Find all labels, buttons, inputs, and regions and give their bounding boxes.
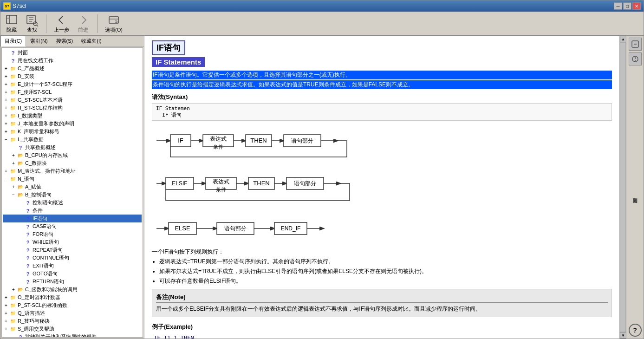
- tree-item-m_expr[interactable]: +📁M_表达式、操作符和地址: [3, 167, 142, 175]
- tree-item-r_tips[interactable]: +📁R_技巧与秘诀: [3, 317, 142, 325]
- options-button[interactable]: 选项(O): [103, 13, 124, 34]
- expand-icon[interactable]: +: [3, 73, 9, 80]
- rules-title: 一个IF语句按下列规则执行：: [152, 248, 612, 256]
- svg-text:ELSIF: ELSIF: [172, 180, 187, 187]
- toolbar: 隐藏 查找 上一步 前进 选项(O): [0, 12, 644, 36]
- content-scrollbar[interactable]: ▲ ▼: [619, 36, 626, 339]
- expand-icon[interactable]: +: [3, 302, 9, 309]
- expand-icon[interactable]: +: [3, 294, 9, 301]
- expand-icon[interactable]: +: [3, 168, 9, 175]
- tree-item-s_help_item[interactable]: ?跳转到关于块和系统属性的帮助: [3, 333, 142, 338]
- tree-item-repeat_stmt[interactable]: ?REPEAT语句: [3, 246, 142, 254]
- tree-item-b_cpu[interactable]: +📂B_CPU的内存区域: [3, 151, 142, 159]
- collapse-icon[interactable]: −: [3, 137, 9, 143]
- svg-text:语句部分: 语句部分: [294, 180, 316, 187]
- tree-label: 跳转到关于块和系统属性的帮助: [25, 333, 97, 338]
- tree-label: EXIT语句: [33, 262, 54, 269]
- tree-label: G_ST-SCL基本术语: [18, 97, 63, 104]
- tree-item-l_shared[interactable]: −📁L_共享数据: [3, 136, 142, 143]
- tree-item-continue_stmt[interactable]: ?CONTINUE语句: [3, 254, 142, 262]
- tree-item-g_st[interactable]: +📁G_ST-SCL基本术语: [3, 96, 142, 104]
- app-icon: S7: [3, 2, 11, 10]
- collapse-icon[interactable]: −: [3, 176, 9, 183]
- tab-search[interactable]: 搜索(S): [52, 36, 78, 46]
- expand-icon[interactable]: +: [3, 121, 9, 127]
- find-button[interactable]: 查找: [24, 13, 40, 34]
- tree-item-o_timer[interactable]: +📁O_定时器和计数器: [3, 293, 142, 301]
- hide-icon: [5, 13, 18, 26]
- tree-item-cover[interactable]: ?封面: [3, 49, 142, 57]
- tree-item-f_use[interactable]: +📁F_使用S7-SCL: [3, 88, 142, 96]
- close-button[interactable]: ✕: [632, 2, 641, 10]
- expand-icon[interactable]: +: [3, 65, 9, 72]
- tree-item-a_val[interactable]: +📂A_赋值: [3, 183, 142, 191]
- expand-icon[interactable]: +: [3, 89, 9, 96]
- tree-item-l_overview[interactable]: ?共享数据概述: [3, 143, 142, 151]
- tree-item-s_help[interactable]: +📁S_调用交叉帮助: [3, 325, 142, 333]
- back-button[interactable]: 上一步: [52, 13, 71, 34]
- tree-item-d_install[interactable]: +📁D_安装: [3, 72, 142, 80]
- tab-contents[interactable]: 目录(C): [0, 36, 26, 46]
- scroll-thumb: [620, 42, 626, 332]
- right-btn-2[interactable]: [629, 52, 642, 65]
- minimize-button[interactable]: ─: [614, 2, 622, 10]
- expand-icon[interactable]: +: [10, 160, 17, 167]
- tree[interactable]: ?封面?用在线文档工作+📁C_产品概述+📁D_安装+📁E_设计一个S7-SCL程…: [1, 47, 143, 338]
- tree-label: I_数据类型: [18, 112, 42, 119]
- expand-icon[interactable]: +: [3, 310, 9, 317]
- doc-icon: ?: [17, 334, 24, 338]
- tab-bookmarks[interactable]: 收藏夹(I): [77, 36, 105, 46]
- expand-icon[interactable]: +: [3, 81, 9, 88]
- tree-item-if_stmt[interactable]: ?IF语句: [3, 215, 142, 222]
- hide-button[interactable]: 隐藏: [3, 13, 20, 34]
- expand-icon[interactable]: +: [3, 105, 9, 111]
- svg-text:表达式: 表达式: [213, 178, 229, 185]
- scroll-down-button[interactable]: ▼: [620, 332, 626, 339]
- tree-item-k_const[interactable]: +📁K_声明常量和标号: [3, 128, 142, 136]
- tree-item-ctrl_overview[interactable]: ?控制语句概述: [3, 199, 142, 207]
- content-area[interactable]: IF语句 IF Statements IF语句是条件语句。它提供一个或多个选项，…: [144, 36, 619, 339]
- tree-item-h_st[interactable]: +📁H_ST-SCL程序结构: [3, 104, 142, 112]
- folder-icon: 📁: [9, 129, 17, 135]
- expand-icon[interactable]: +: [10, 184, 17, 190]
- doc-icon: ?: [24, 208, 32, 214]
- tree-item-i_data[interactable]: +📁I_数据类型: [3, 112, 142, 120]
- scroll-up-button[interactable]: ▲: [620, 36, 626, 42]
- tree-item-c_data[interactable]: +📂C_数据块: [3, 159, 142, 167]
- right-btn-1[interactable]: [629, 38, 642, 51]
- expand-icon[interactable]: +: [10, 287, 17, 293]
- restore-button[interactable]: □: [623, 2, 631, 10]
- tree-item-goto_stmt[interactable]: ?GOTO语句: [3, 270, 142, 278]
- tree-label: REPEAT语句: [33, 247, 63, 254]
- expand-icon[interactable]: +: [3, 97, 9, 104]
- collapse-icon[interactable]: −: [10, 192, 17, 198]
- expand-icon[interactable]: +: [3, 326, 9, 332]
- expand-icon[interactable]: +: [3, 318, 9, 325]
- rule1: 逻辑表达式=TRUE则第一部分语句序列执行。其余的语句序列不执行。: [159, 258, 612, 266]
- tree-item-b_ctrl[interactable]: −📂B_控制语句: [3, 191, 142, 199]
- toolbar-sep1: [46, 14, 46, 33]
- tree-item-q_lang[interactable]: +📁Q_语言描述: [3, 309, 142, 317]
- tree-item-e_design[interactable]: +📁E_设计一个S7-SCL程序: [3, 80, 142, 88]
- tree-item-exit_stmt[interactable]: ?EXIT语句: [3, 262, 142, 270]
- tree-item-while_stmt[interactable]: ?WHILE语句: [3, 238, 142, 246]
- forward-button[interactable]: 前进: [75, 13, 91, 34]
- tree-item-c_product[interactable]: +📁C_产品概述: [3, 65, 142, 72]
- expand-icon[interactable]: +: [3, 113, 9, 119]
- help-button[interactable]: ?: [629, 324, 642, 337]
- expand-icon[interactable]: +: [3, 129, 9, 135]
- folder-icon: 📁: [9, 65, 17, 72]
- tree-item-n_stmt[interactable]: −📁N_语句: [3, 175, 142, 183]
- tree-item-return_stmt[interactable]: ?RETURN语句: [3, 278, 142, 286]
- tree-item-online[interactable]: ?用在线文档工作: [3, 57, 142, 65]
- tab-index[interactable]: 索引(N): [26, 36, 52, 46]
- tree-item-j_local[interactable]: +📁J_本地变量和参数的声明: [3, 120, 142, 128]
- tree-item-condition[interactable]: ?条件: [3, 207, 142, 215]
- expand-icon[interactable]: +: [10, 152, 17, 159]
- tree-item-c_func[interactable]: +📂C_函数和功能块的调用: [3, 286, 142, 293]
- tree-item-case_stmt[interactable]: ?CASE语句: [3, 222, 142, 230]
- tree-label: A_赋值: [25, 183, 41, 190]
- doc-icon: ?: [24, 263, 32, 269]
- tree-item-p_std[interactable]: +📁P_ST-SCL的标准函数: [3, 301, 142, 309]
- tree-item-for_stmt[interactable]: ?FOR语句: [3, 230, 142, 238]
